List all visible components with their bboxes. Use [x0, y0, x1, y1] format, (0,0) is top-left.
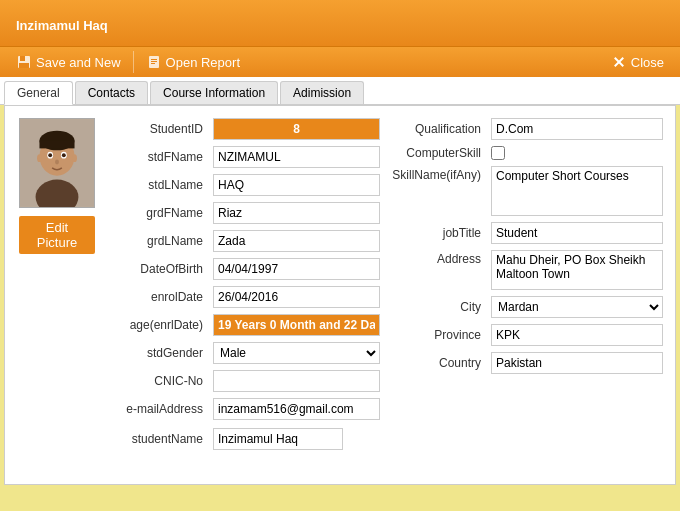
address-label: Address: [392, 250, 487, 266]
svg-rect-1: [20, 56, 25, 61]
province-input[interactable]: [491, 324, 663, 346]
svg-rect-5: [151, 61, 157, 62]
grdfname-label: grdFName: [109, 206, 209, 220]
enroldate-row: enrolDate: [109, 286, 380, 308]
close-icon: [611, 54, 627, 70]
email-row: e-mailAddress: [109, 398, 380, 420]
cnic-input[interactable]: [213, 370, 380, 392]
photo-box: [19, 118, 95, 208]
dateofbirth-row: DateOfBirth: [109, 258, 380, 280]
student-name-label: studentName: [109, 432, 209, 446]
skillname-label: SkillName(ifAny): [392, 166, 487, 182]
close-button[interactable]: Close: [603, 51, 672, 73]
cnic-label: CNIC-No: [109, 374, 209, 388]
city-row: City Mardan Peshawar Islamabad: [392, 296, 663, 318]
cnic-row: CNIC-No: [109, 370, 380, 392]
student-id-row: StudentID: [109, 118, 380, 140]
student-name-row: studentName: [109, 428, 380, 450]
stdlname-label: stdLName: [109, 178, 209, 192]
jobtitle-label: jobTitle: [392, 226, 487, 240]
skillname-row: SkillName(ifAny) Computer Short Courses: [392, 166, 663, 216]
dateofbirth-label: DateOfBirth: [109, 262, 209, 276]
photo-column: Edit Picture: [17, 118, 97, 450]
age-row: age(enrlDate): [109, 314, 380, 336]
svg-rect-13: [39, 141, 74, 149]
computerskill-checkbox[interactable]: [491, 146, 505, 160]
dateofbirth-input[interactable]: [213, 258, 380, 280]
svg-rect-4: [151, 59, 157, 60]
save-icon: [16, 54, 32, 70]
student-id-input[interactable]: [213, 118, 380, 140]
report-icon: [146, 54, 162, 70]
qualification-input[interactable]: [491, 118, 663, 140]
student-id-label: StudentID: [109, 122, 209, 136]
grdlname-row: grdLName: [109, 230, 380, 252]
email-input[interactable]: [213, 398, 380, 420]
tab-general[interactable]: General: [4, 81, 73, 105]
computerskill-label: ComputerSkill: [392, 146, 487, 160]
fields-right: Qualification ComputerSkill SkillName(if…: [392, 118, 663, 450]
qualification-row: Qualification: [392, 118, 663, 140]
open-report-label: Open Report: [166, 55, 240, 70]
tab-course-information[interactable]: Course Information: [150, 81, 278, 104]
toolbar: Save and New Open Report Close: [0, 46, 680, 77]
svg-rect-2: [19, 63, 29, 68]
grdfname-input[interactable]: [213, 202, 380, 224]
email-label: e-mailAddress: [109, 402, 209, 416]
stdgender-select[interactable]: Male Female: [213, 342, 380, 364]
edit-picture-button[interactable]: Edit Picture: [19, 216, 95, 254]
jobtitle-input[interactable]: [491, 222, 663, 244]
close-label: Close: [631, 55, 664, 70]
province-label: Province: [392, 328, 487, 342]
svg-point-17: [62, 153, 66, 157]
tabs-bar: General Contacts Course Information Adim…: [0, 77, 680, 105]
qualification-label: Qualification: [392, 122, 487, 136]
grdlname-input[interactable]: [213, 230, 380, 252]
stdfname-input[interactable]: [213, 146, 380, 168]
form-area: Edit Picture StudentID stdFName stdLName…: [17, 118, 663, 450]
grdfname-row: grdFName: [109, 202, 380, 224]
svg-point-19: [37, 154, 42, 162]
stdgender-row: stdGender Male Female: [109, 342, 380, 364]
age-input[interactable]: [213, 314, 380, 336]
tab-admission[interactable]: Adimission: [280, 81, 364, 104]
skillname-input[interactable]: Computer Short Courses: [491, 166, 663, 216]
stdfname-label: stdFName: [109, 150, 209, 164]
tab-contacts[interactable]: Contacts: [75, 81, 148, 104]
stdlname-row: stdLName: [109, 174, 380, 196]
student-photo: [20, 118, 94, 208]
province-row: Province: [392, 324, 663, 346]
save-and-new-button[interactable]: Save and New: [8, 51, 129, 73]
grdlname-label: grdLName: [109, 234, 209, 248]
edit-picture-label: Edit Picture: [37, 220, 77, 250]
student-name-input[interactable]: [213, 428, 343, 450]
svg-point-20: [72, 154, 77, 162]
stdlname-input[interactable]: [213, 174, 380, 196]
enroldate-input[interactable]: [213, 286, 380, 308]
city-select[interactable]: Mardan Peshawar Islamabad: [491, 296, 663, 318]
enroldate-label: enrolDate: [109, 290, 209, 304]
city-label: City: [392, 300, 487, 314]
country-row: Country: [392, 352, 663, 374]
country-input[interactable]: [491, 352, 663, 374]
main-content: Edit Picture StudentID stdFName stdLName…: [4, 105, 676, 485]
save-and-new-label: Save and New: [36, 55, 121, 70]
computerskill-row: ComputerSkill: [392, 146, 663, 160]
jobtitle-row: jobTitle: [392, 222, 663, 244]
fields-left: StudentID stdFName stdLName grdFName grd…: [109, 118, 380, 450]
open-report-button[interactable]: Open Report: [138, 51, 248, 73]
address-input[interactable]: Mahu Dheir, PO Box Sheikh Maltoon Town: [491, 250, 663, 290]
stdgender-label: stdGender: [109, 346, 209, 360]
address-row: Address Mahu Dheir, PO Box Sheikh Maltoo…: [392, 250, 663, 290]
svg-point-16: [48, 153, 52, 157]
title-text: Inzimamul Haq: [16, 18, 108, 33]
age-label: age(enrlDate): [109, 318, 209, 332]
svg-point-18: [55, 160, 59, 165]
toolbar-right-spacer: Close: [603, 51, 672, 73]
stdfname-row: stdFName: [109, 146, 380, 168]
toolbar-separator: [133, 51, 134, 73]
title-bar: Inzimamul Haq: [0, 0, 680, 46]
country-label: Country: [392, 356, 487, 370]
svg-rect-6: [151, 63, 155, 64]
